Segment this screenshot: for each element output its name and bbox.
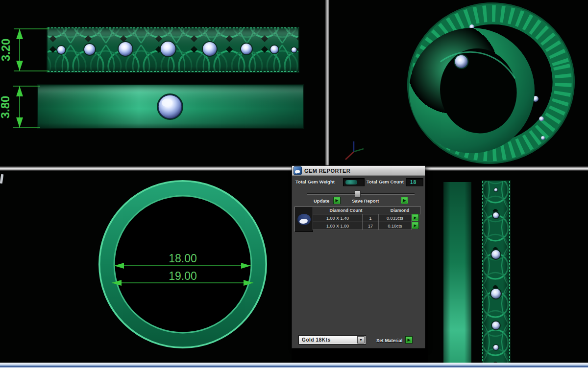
gem-reporter-dialog: GEM REPORTER Total Gem Weight Total Gem … — [292, 165, 425, 348]
ornate-band-front-view — [47, 27, 299, 73]
viewport-front-elevation[interactable]: 3.20 3.80 — [0, 0, 325, 166]
total-gem-weight-value — [343, 178, 365, 186]
total-gem-count-label: Total Gem Count — [367, 179, 404, 184]
row-select-button[interactable]: ▶ — [412, 222, 419, 229]
viewport-divider-vertical[interactable] — [325, 0, 329, 166]
cad-application-window: 3.20 3.80 — [0, 0, 588, 368]
gem-thumbnail — [294, 207, 313, 232]
gem-weight-cell: 0.10cts — [378, 222, 412, 230]
count-number: 18 — [410, 180, 416, 185]
header-diamond-count: Diamond Count — [313, 207, 379, 214]
gem-table-row[interactable]: 1.00 X 1.00 17 0.10cts ▶ — [313, 222, 421, 230]
run-arrow-icon: ▶ — [335, 199, 338, 203]
dimension-ornate-height: 3.20 — [0, 29, 49, 71]
dialog-title: GEM REPORTER — [304, 168, 350, 174]
gem-table-header: Diamond Count Diamond — [313, 207, 421, 214]
dialog-title-bar[interactable]: GEM REPORTER — [292, 166, 425, 176]
plain-band-side-view — [37, 84, 304, 129]
run-arrow-icon: ▶ — [407, 338, 410, 342]
svg-text:3.80: 3.80 — [0, 96, 12, 119]
gem-reporter-icon — [294, 166, 302, 175]
run-arrow-icon: ▶ — [403, 199, 406, 203]
dimension-plain-height: 3.80 — [0, 86, 40, 128]
gem-count-cell: 17 — [362, 222, 379, 230]
weight-slider-track[interactable] — [307, 193, 415, 195]
ornate-band-vertical — [482, 180, 511, 363]
set-material-button[interactable]: ▶ — [405, 336, 413, 344]
weight-value-chip — [345, 180, 357, 184]
window-bottom-border — [0, 363, 588, 368]
run-arrow-icon: ▶ — [414, 224, 416, 227]
save-report-button[interactable]: ▶ — [401, 197, 408, 204]
center-gem — [158, 95, 182, 118]
gem-weight-cell: 0.033cts — [378, 214, 412, 222]
viewport-side-pair[interactable] — [428, 171, 588, 363]
set-material-label: Set Material — [376, 338, 402, 343]
weight-slider-handle[interactable] — [355, 190, 361, 198]
plain-band-vertical — [443, 182, 471, 363]
gem-count-cell: 1 — [362, 214, 379, 222]
axis-gizmo-icon — [345, 141, 364, 160]
dropdown-arrow-icon[interactable]: ▼ — [357, 336, 365, 344]
diamond-thumbnail-icon — [297, 214, 311, 225]
update-label: Update — [314, 198, 329, 204]
viewport-perspective-3d[interactable] — [329, 0, 588, 166]
gem-table-row[interactable]: 1.00 X 1.40 1 0.033cts ▶ — [313, 214, 421, 222]
gem-size-cell: 1.00 X 1.00 — [313, 222, 363, 230]
material-dropdown[interactable]: Gold 18Kts ▼ — [298, 335, 366, 345]
svg-text:19.00: 19.00 — [169, 270, 197, 282]
run-arrow-icon: ▶ — [414, 216, 416, 219]
svg-text:3.20: 3.20 — [0, 39, 12, 62]
row-select-button[interactable]: ▶ — [412, 214, 419, 221]
material-dropdown-value: Gold 18Kts — [302, 337, 331, 343]
update-button[interactable]: ▶ — [333, 197, 341, 204]
viewport-top-view[interactable]: 18.00 19.00 — [0, 171, 292, 363]
gem-table: Diamond Count Diamond 1.00 X 1.40 1 0.03… — [313, 207, 421, 230]
total-gem-count-value: 18 — [406, 178, 423, 186]
header-diamond: Diamond — [379, 207, 421, 214]
save-report-label: Save Report — [352, 198, 379, 204]
svg-text:18.00: 18.00 — [169, 252, 197, 265]
total-gem-weight-label: Total Gem Weight — [295, 179, 335, 184]
gem-size-cell: 1.00 X 1.40 — [313, 214, 363, 222]
